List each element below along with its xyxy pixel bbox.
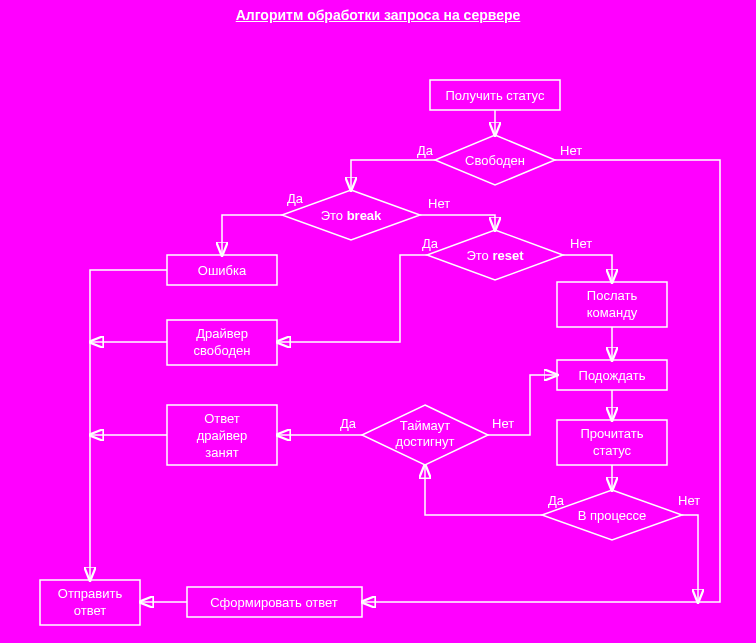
node-busy-l1: Ответ xyxy=(204,411,240,426)
node-send-cmd-l2: команду xyxy=(587,305,638,320)
edge-label: Нет xyxy=(428,196,450,211)
node-send-answer-l2: ответ xyxy=(74,603,106,618)
node-driver-free-l1: Драйвер xyxy=(196,326,248,341)
edge xyxy=(682,515,698,602)
edge xyxy=(277,255,427,342)
edge xyxy=(351,160,435,190)
node-form-answer-label: Сформировать ответ xyxy=(210,595,338,610)
node-free-label: Свободен xyxy=(465,153,525,168)
node-send-answer-l1: Отправить xyxy=(58,586,123,601)
node-is-break-label: Это break xyxy=(321,208,382,223)
node-timeout-l2: достигнут xyxy=(396,434,455,449)
edge-label: Да xyxy=(422,236,439,251)
edge-label: Да xyxy=(340,416,357,431)
node-send-cmd-l1: Послать xyxy=(587,288,638,303)
edge-label: Нет xyxy=(678,493,700,508)
edge-label: Нет xyxy=(492,416,514,431)
node-driver-free-l2: свободен xyxy=(194,343,251,358)
node-error-label: Ошибка xyxy=(198,263,247,278)
node-is-reset-label: Это reset xyxy=(466,248,524,263)
edge-label: Нет xyxy=(560,143,582,158)
node-read-status-l1: Прочитать xyxy=(580,426,643,441)
node-in-progress-label: В процессе xyxy=(578,508,647,523)
node-busy-l2: драйвер xyxy=(197,428,248,443)
edge-label: Нет xyxy=(570,236,592,251)
node-read-status-l2: статус xyxy=(593,443,632,458)
edge xyxy=(420,215,495,230)
node-busy-l3: занят xyxy=(205,445,238,460)
edge-label: Да xyxy=(548,493,565,508)
node-wait-label: Подождать xyxy=(579,368,646,383)
node-get-status-label: Получить статус xyxy=(446,88,545,103)
node-timeout-l1: Таймаут xyxy=(400,418,450,433)
edge xyxy=(563,255,612,282)
edge xyxy=(222,215,282,255)
flowchart: Получить статус Свободен Это break Это r… xyxy=(0,0,756,643)
edge xyxy=(90,270,167,580)
edge-label: Да xyxy=(287,191,304,206)
edge xyxy=(425,465,542,515)
edge-label: Да xyxy=(417,143,434,158)
